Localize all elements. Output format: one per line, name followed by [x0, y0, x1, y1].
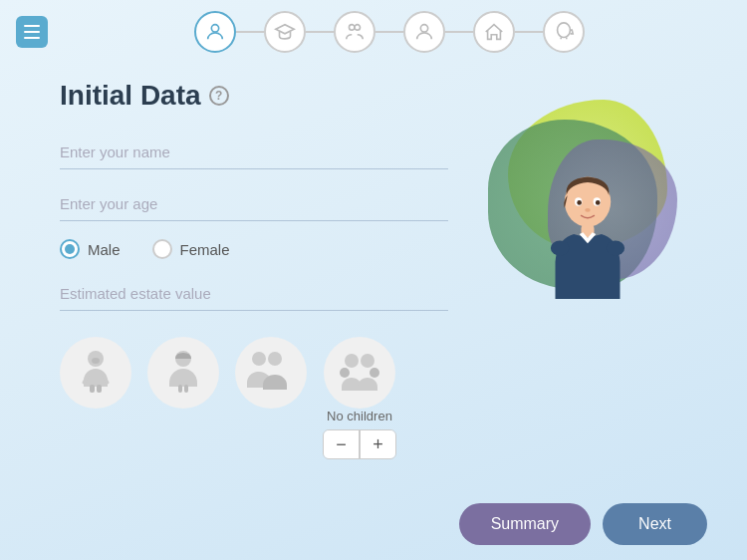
radio-female-circle[interactable] [152, 239, 172, 259]
top-nav [0, 0, 747, 64]
main-content: Initial Data ? Male Female [0, 64, 747, 560]
children-counter: − + [323, 429, 396, 459]
radio-female[interactable]: Female [152, 239, 230, 259]
svg-point-17 [340, 368, 350, 378]
character-svg [533, 169, 642, 299]
age-input[interactable] [60, 187, 448, 221]
children-minus-btn[interactable]: − [324, 430, 360, 458]
steps-container [48, 11, 731, 53]
menu-line-1 [24, 25, 40, 27]
step-circle-education[interactable] [264, 11, 306, 53]
svg-point-23 [596, 200, 601, 205]
svg-point-26 [551, 241, 570, 256]
right-panel [468, 80, 707, 480]
svg-point-18 [370, 368, 379, 378]
step-circle-piggybank[interactable] [543, 11, 585, 53]
svg-point-22 [577, 200, 582, 205]
step-6[interactable] [543, 11, 585, 53]
next-button[interactable]: Next [603, 503, 707, 545]
step-line-5 [515, 31, 543, 33]
menu-line-2 [24, 31, 40, 33]
svg-rect-12 [184, 385, 188, 393]
step-circle-profile[interactable] [194, 11, 236, 53]
family-icon-children[interactable] [324, 337, 395, 409]
bottom-bar: Summary Next [0, 488, 747, 560]
children-plus-btn[interactable]: + [360, 430, 395, 458]
step-2[interactable] [264, 11, 306, 53]
step-circle-house[interactable] [473, 11, 515, 53]
step-line-3 [375, 31, 403, 33]
svg-point-1 [350, 25, 356, 31]
children-section: No children − + [323, 337, 396, 459]
step-line-4 [445, 31, 473, 33]
svg-point-27 [607, 241, 625, 256]
summary-button[interactable]: Summary [459, 503, 591, 545]
step-circle-person[interactable] [403, 11, 445, 53]
svg-point-9 [92, 358, 100, 364]
svg-point-3 [420, 25, 427, 32]
svg-rect-11 [178, 385, 182, 393]
character-illustration [478, 90, 697, 309]
radio-male-label: Male [88, 241, 121, 258]
radio-male[interactable]: Male [60, 239, 121, 259]
family-icon-couple[interactable] [235, 337, 307, 409]
gender-radio-group: Male Female [60, 239, 448, 259]
family-icon-woman[interactable] [147, 337, 219, 409]
estate-input[interactable] [60, 277, 448, 311]
step-4[interactable] [403, 11, 445, 53]
svg-point-14 [268, 352, 282, 366]
step-line-2 [306, 31, 334, 33]
family-row: No children − + [60, 337, 448, 459]
svg-point-0 [211, 25, 218, 32]
step-3[interactable] [334, 11, 375, 53]
page-title: Initial Data ? [60, 80, 448, 112]
svg-point-2 [355, 25, 361, 31]
menu-line-3 [24, 37, 40, 39]
svg-rect-6 [97, 385, 102, 393]
page-title-text: Initial Data [60, 80, 201, 112]
help-icon[interactable]: ? [209, 86, 229, 106]
step-line-1 [236, 31, 264, 33]
name-input[interactable] [60, 136, 448, 169]
step-5[interactable] [473, 11, 515, 53]
left-panel: Initial Data ? Male Female [60, 80, 448, 480]
radio-female-label: Female [180, 241, 230, 258]
svg-point-15 [345, 354, 359, 368]
svg-point-16 [361, 354, 374, 368]
svg-point-13 [252, 352, 266, 366]
svg-point-24 [585, 208, 591, 212]
help-icon-label: ? [215, 89, 222, 103]
family-icon-man[interactable] [60, 337, 131, 409]
step-1[interactable] [194, 11, 236, 53]
no-children-label: No children [327, 409, 392, 423]
svg-rect-5 [90, 385, 95, 393]
menu-button[interactable] [16, 16, 48, 48]
radio-male-circle[interactable] [60, 239, 80, 259]
step-circle-family[interactable] [334, 11, 375, 53]
